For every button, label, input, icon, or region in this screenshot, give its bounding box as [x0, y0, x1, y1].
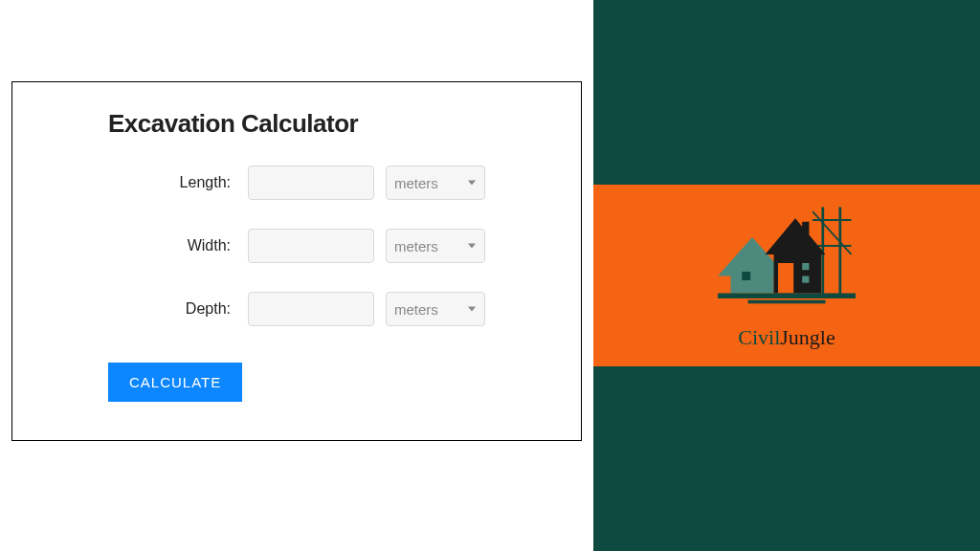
svg-rect-7: [742, 272, 750, 280]
brand-logo: CivilJungle: [701, 201, 873, 350]
length-row: Length: meters: [108, 165, 485, 200]
calculator-title: Excavation Calculator: [108, 109, 485, 139]
width-label: Width:: [188, 237, 231, 254]
svg-rect-6: [731, 263, 774, 294]
depth-input[interactable]: [248, 292, 374, 326]
svg-rect-14: [718, 294, 856, 298]
svg-rect-12: [802, 263, 809, 270]
calculator-box: Excavation Calculator Length: meters Wid…: [11, 81, 582, 441]
width-unit-wrap: meters: [386, 229, 485, 263]
svg-marker-8: [766, 218, 826, 254]
brand-civil: Civil: [738, 325, 780, 349]
calculator-panel: Excavation Calculator Length: meters Wid…: [0, 0, 593, 551]
width-input[interactable]: [248, 229, 374, 263]
depth-unit-select[interactable]: meters: [386, 292, 485, 326]
width-unit-select[interactable]: meters: [386, 229, 485, 263]
brand-jungle: Jungle: [780, 325, 835, 349]
svg-rect-13: [802, 276, 809, 283]
depth-row: Depth: meters: [108, 292, 485, 326]
svg-rect-15: [748, 300, 826, 304]
brand-band: CivilJungle: [593, 185, 980, 366]
width-row: Width: meters: [108, 229, 485, 263]
depth-unit-wrap: meters: [386, 292, 485, 326]
length-label: Length:: [180, 174, 231, 191]
svg-rect-9: [802, 222, 809, 235]
brand-panel: CivilJungle: [593, 0, 980, 551]
length-input[interactable]: [248, 165, 374, 200]
depth-label: Depth:: [186, 300, 231, 318]
house-logo-icon: [701, 201, 873, 325]
calculate-button[interactable]: CALCULATE: [108, 363, 242, 402]
brand-name: CivilJungle: [701, 325, 873, 350]
length-unit-select[interactable]: meters: [386, 165, 485, 200]
length-unit-wrap: meters: [386, 165, 485, 200]
svg-rect-11: [778, 263, 793, 294]
